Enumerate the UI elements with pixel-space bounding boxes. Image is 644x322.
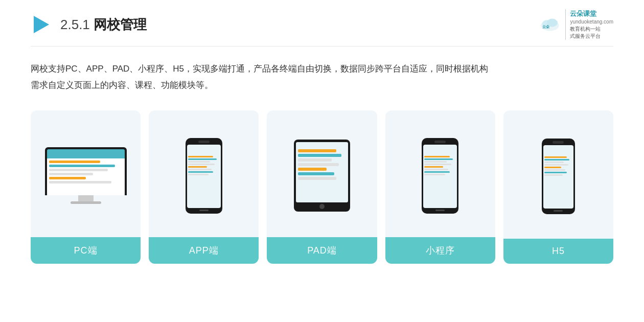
cards-row: PC端 (31, 110, 613, 322)
card-h5: H5 (503, 110, 613, 264)
phone-mockup-h5 (542, 139, 575, 214)
page-title: 2.5.1 网校管理 (60, 16, 147, 34)
tablet-mockup (294, 140, 350, 212)
phone-mockup-mini (422, 138, 458, 214)
logo-icon (31, 14, 52, 35)
phone-mockup-app (186, 138, 222, 214)
page-container: 2.5.1 网校管理 云朵 云朵课堂 yunduoketang.com 教育机构… (0, 0, 644, 322)
pc-device-area (37, 110, 135, 237)
mini-device-area (413, 110, 467, 237)
description: 网校支持PC、APP、PAD、小程序、H5，实现多端打通，产品各终端自由切换，数… (31, 61, 613, 94)
card-label-pc: PC端 (31, 237, 141, 264)
pc-mockup (45, 147, 127, 204)
card-app: APP端 (149, 110, 259, 264)
card-pc: PC端 (31, 110, 141, 264)
card-label-pad: PAD端 (267, 237, 377, 264)
card-label-h5: H5 (503, 239, 613, 264)
svg-marker-0 (34, 16, 49, 33)
header-left: 2.5.1 网校管理 (31, 14, 147, 35)
h5-device-area (534, 110, 583, 239)
pad-device-area (286, 110, 358, 237)
card-label-app: APP端 (149, 237, 259, 264)
app-device-area (177, 110, 231, 237)
svg-text:云朵: 云朵 (543, 25, 550, 29)
header: 2.5.1 网校管理 云朵 云朵课堂 yunduoketang.com 教育机构… (31, 0, 613, 47)
brand-logo-svg: 云朵 (539, 13, 561, 36)
brand-text: 云朵课堂 yunduoketang.com 教育机构一站式服务云平台 (565, 9, 613, 40)
card-mini: 小程序 (385, 110, 495, 264)
brand-logo: 云朵 云朵课堂 yunduoketang.com 教育机构一站式服务云平台 (539, 9, 613, 40)
card-pad: PAD端 (267, 110, 377, 264)
card-label-mini: 小程序 (385, 237, 495, 264)
